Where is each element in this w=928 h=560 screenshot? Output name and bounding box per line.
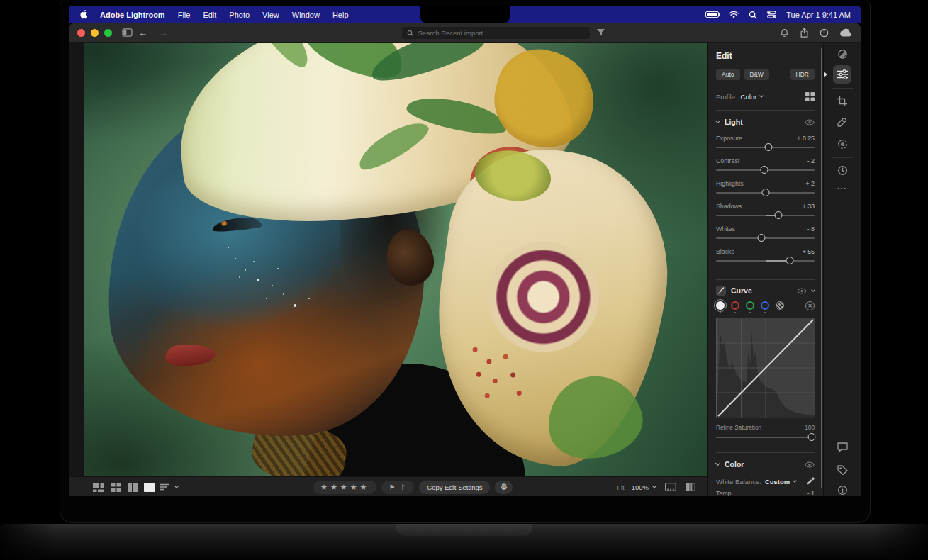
slider-thumb[interactable] — [761, 166, 768, 174]
menu-photo[interactable]: Photo — [229, 11, 250, 19]
versions-button[interactable] — [833, 161, 851, 179]
control-center-icon[interactable] — [767, 11, 776, 18]
traffic-minimize-button[interactable] — [91, 29, 99, 37]
curve-channel-all[interactable] — [716, 301, 725, 310]
curve-reset-button[interactable]: ✕ — [805, 301, 815, 310]
edit-tool-button[interactable] — [833, 65, 851, 84]
info-button[interactable] — [833, 481, 851, 496]
star-icon[interactable]: ★ — [350, 483, 360, 491]
color-section-header[interactable]: Color — [716, 460, 815, 469]
square-grid-view-icon[interactable] — [111, 483, 121, 492]
whites-slider[interactable]: Whites - 8 — [716, 225, 815, 245]
filter-funnel-icon[interactable] — [596, 28, 605, 37]
reject-flag-icon[interactable]: ⚐ — [401, 483, 407, 491]
star-rating[interactable]: ★★★★★ — [313, 481, 376, 494]
star-icon[interactable]: ★ — [360, 483, 370, 491]
more-tools-button[interactable]: ••• — [833, 181, 851, 194]
spotlight-search-icon[interactable] — [749, 11, 757, 19]
comments-button[interactable] — [833, 438, 851, 457]
slider-track[interactable] — [716, 169, 815, 171]
bw-button[interactable]: B&W — [744, 69, 769, 80]
slider-track[interactable] — [716, 147, 815, 148]
photo-canvas[interactable] — [84, 43, 707, 476]
wifi-icon[interactable] — [729, 11, 739, 18]
keywords-button[interactable] — [833, 461, 851, 479]
filmstrip-toggle-icon[interactable] — [665, 483, 676, 491]
white-balance-selector[interactable]: White Balance: Custom — [716, 477, 815, 486]
exposure-slider[interactable]: Exposure + 0.25 — [716, 135, 815, 155]
star-icon[interactable]: ★ — [340, 483, 350, 491]
traffic-zoom-button[interactable] — [104, 29, 112, 37]
cloud-sync-icon[interactable] — [839, 28, 852, 37]
activity-status-icon[interactable] — [820, 28, 829, 38]
flag-controls[interactable]: ⚑ ⚐ — [381, 481, 414, 494]
curve-section-header[interactable]: Curve — [716, 286, 815, 296]
panel-scrollbar[interactable] — [821, 48, 822, 488]
compare-view-icon[interactable] — [128, 483, 138, 492]
slider-thumb[interactable] — [774, 211, 782, 219]
slider-thumb[interactable] — [761, 189, 769, 196]
menubar-clock[interactable]: Tue Apr 1 9:41 AM — [786, 11, 851, 19]
traffic-close-button[interactable] — [77, 29, 85, 37]
auto-button[interactable]: Auto — [716, 69, 740, 80]
light-section-header[interactable]: Light — [716, 118, 815, 126]
contrast-slider[interactable]: Contrast - 2 — [716, 157, 815, 177]
menu-file[interactable]: File — [178, 11, 191, 19]
forward-button[interactable]: → — [159, 28, 168, 38]
detail-view-icon[interactable] — [144, 483, 155, 492]
search-input[interactable] — [418, 29, 585, 37]
settings-gear-button[interactable]: ⚙ — [495, 481, 513, 494]
apple-menu[interactable] — [79, 10, 87, 20]
slider-thumb[interactable] — [786, 257, 794, 264]
temp-slider[interactable]: Temp - 1 — [716, 490, 815, 496]
sort-control[interactable] — [160, 477, 178, 496]
slider-thumb[interactable] — [764, 143, 772, 151]
star-icon[interactable]: ★ — [320, 483, 330, 491]
curve-channel-blue[interactable] — [761, 301, 769, 310]
healing-tool-button[interactable] — [833, 113, 851, 131]
shadows-slider[interactable]: Shadows + 33 — [716, 203, 815, 223]
menu-edit[interactable]: Edit — [203, 11, 216, 19]
share-icon[interactable] — [800, 28, 809, 38]
profile-selector[interactable]: Profile: Color — [716, 92, 815, 101]
blacks-slider[interactable]: Blacks + 55 — [716, 248, 815, 268]
tone-curve-plot[interactable] — [716, 318, 815, 418]
eyedropper-icon[interactable] — [806, 477, 815, 486]
curve-channel-red[interactable] — [731, 301, 739, 310]
menubar-app-name[interactable]: Adobe Lightroom — [100, 11, 165, 19]
slider-thumb[interactable] — [807, 433, 815, 441]
before-after-split-icon[interactable] — [686, 483, 695, 491]
eye-visibility-icon[interactable] — [805, 461, 815, 468]
crop-tool-button[interactable] — [833, 92, 851, 111]
slider-track[interactable] — [716, 437, 815, 438]
copy-edit-settings-button[interactable]: Copy Edit Settings — [419, 481, 490, 494]
curve-channel-green[interactable] — [746, 301, 754, 310]
slider-track[interactable] — [716, 237, 815, 239]
search-field[interactable] — [402, 27, 590, 39]
notifications-bell-icon[interactable] — [780, 28, 789, 38]
slider-track[interactable] — [716, 215, 815, 216]
battery-icon[interactable] — [705, 11, 719, 18]
hdr-button[interactable]: HDR — [790, 69, 815, 80]
highlights-slider[interactable]: Highlights + 2 — [716, 180, 815, 200]
menu-view[interactable]: View — [262, 11, 279, 19]
profile-browser-grid-icon[interactable] — [805, 92, 815, 101]
targeted-adjustment-icon[interactable] — [776, 301, 784, 310]
eye-visibility-icon[interactable] — [805, 119, 815, 125]
slider-track[interactable] — [716, 260, 815, 262]
menu-window[interactable]: Window — [292, 11, 320, 19]
eye-visibility-icon[interactable] — [797, 288, 807, 294]
pick-flag-icon[interactable]: ⚑ — [388, 483, 395, 491]
presets-button[interactable] — [833, 45, 851, 63]
star-icon[interactable]: ★ — [330, 483, 340, 491]
slider-thumb[interactable] — [757, 234, 765, 242]
chevron-down-icon[interactable] — [811, 288, 815, 292]
photo-grid-view-icon[interactable] — [93, 483, 104, 492]
masking-tool-button[interactable] — [833, 135, 851, 153]
refine-saturation-slider[interactable] — [716, 431, 815, 442]
menu-help[interactable]: Help — [332, 11, 349, 19]
sidebar-toggle-icon[interactable] — [122, 28, 133, 37]
zoom-level-dropdown[interactable]: Fit 100% — [617, 483, 656, 491]
back-button[interactable]: ← — [138, 28, 147, 38]
slider-track[interactable] — [716, 192, 815, 194]
